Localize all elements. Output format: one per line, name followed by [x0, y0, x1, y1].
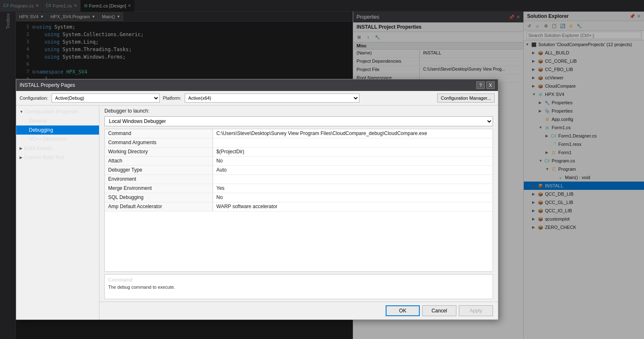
props-val-attach: No [213, 157, 493, 165]
dialog-body: ▼ Configuration Properties General Debug… [16, 106, 498, 319]
dialog-footer: OK Cancel Apply [99, 302, 498, 319]
tree-item-build-events[interactable]: ▶ Build Events [16, 144, 99, 153]
tree-item-general[interactable]: General [16, 116, 99, 125]
props-val-mergeenv: Yes [213, 184, 493, 193]
dialog-titlebar: INSTALL Property Pages ? X [16, 79, 498, 91]
props-key-workdir: Working Directory [105, 147, 213, 156]
props-row-command[interactable]: Command C:\Users\Steve\Desktop\Survey Vi… [105, 129, 493, 138]
debugger-label: Debugger to launch: [99, 106, 498, 116]
description-panel: Command The debug command to execute. [104, 274, 493, 299]
tree-label-build-events: Build Events [24, 145, 52, 151]
dialog-help-btn[interactable]: ? [476, 81, 485, 89]
props-val-ampaccel: WARP software accelerator [213, 202, 493, 211]
props-key-cmdargs: Command Arguments [105, 138, 213, 147]
props-key-command: Command [105, 129, 213, 138]
tree-label-config-props: Configuration Properties [25, 109, 79, 115]
dialog-config-bar: Configuration: Active(Debug) Platform: A… [16, 91, 498, 106]
dialog-title-buttons: ? X [476, 81, 495, 89]
cancel-button[interactable]: Cancel [422, 305, 456, 316]
props-row-environment[interactable]: Environment [105, 175, 493, 184]
props-key-sqldebug: SQL Debugging [105, 193, 213, 202]
props-row-workdir[interactable]: Working Directory $(ProjectDir) [105, 147, 493, 157]
dialog-title: INSTALL Property Pages [20, 82, 75, 88]
debugger-select-wrap: Local Windows Debugger [99, 116, 498, 129]
props-key-ampaccel: Amp Default Accelerator [105, 202, 213, 211]
dialog-content: Debugger to launch: Local Windows Debugg… [99, 106, 498, 319]
props-val-debugtype: Auto [213, 166, 493, 174]
dialog-tree: ▼ Configuration Properties General Debug… [16, 106, 99, 319]
tree-item-custom-build[interactable]: ▶ Custom Build Tool [16, 153, 99, 162]
tree-item-debugging[interactable]: Debugging [16, 125, 99, 135]
props-key-mergeenv: Merge Environment [105, 184, 213, 193]
config-label: Configuration: [20, 96, 48, 101]
props-row-cmdargs[interactable]: Command Arguments [105, 138, 493, 147]
modal-overlay: INSTALL Property Pages ? X Configuration… [0, 0, 644, 339]
platform-select[interactable]: Active(x64) [185, 93, 359, 103]
tree-arrow-debugging [26, 128, 27, 132]
config-select[interactable]: Active(Debug) [52, 93, 160, 103]
props-key-debugtype: Debugger Type [105, 166, 213, 174]
tree-label-custom-build: Custom Build Tool [24, 155, 64, 160]
tree-item-vcdirs[interactable]: VC++ Directories [16, 135, 99, 144]
tree-label-general: General [29, 118, 47, 124]
props-val-environment [213, 175, 493, 184]
props-row-ampaccel[interactable]: Amp Default Accelerator WARP software ac… [105, 202, 493, 211]
tree-label-vcdirs: VC++ Directories [29, 136, 67, 142]
config-manager-button[interactable]: Configuration Manager... [437, 93, 495, 103]
tree-label-debugging: Debugging [29, 127, 53, 133]
props-row-mergeenv[interactable]: Merge Environment Yes [105, 184, 493, 193]
props-key-attach: Attach [105, 157, 213, 165]
apply-button[interactable]: Apply [459, 305, 493, 316]
props-row-attach[interactable]: Attach No [105, 157, 493, 166]
description-title: Command [108, 277, 489, 283]
props-val-cmdargs [213, 138, 493, 147]
dialog-close-btn[interactable]: X [486, 81, 495, 89]
property-pages-dialog: INSTALL Property Pages ? X Configuration… [16, 79, 498, 320]
props-row-sqldebug[interactable]: SQL Debugging No [105, 193, 493, 202]
platform-label: Platform: [163, 96, 181, 101]
description-text: The debug command to execute. [108, 285, 489, 290]
tree-arrow-vcdirs [26, 137, 27, 141]
props-val-command: C:\Users\Steve\Desktop\Survey View Progr… [213, 129, 493, 138]
debugger-select[interactable]: Local Windows Debugger [104, 116, 493, 126]
props-row-debugtype[interactable]: Debugger Type Auto [105, 166, 493, 175]
tree-arrow-config: ▼ [20, 110, 23, 114]
props-val-sqldebug: No [213, 193, 493, 202]
tree-arrow-build-events: ▶ [20, 146, 22, 150]
props-val-workdir: $(ProjectDir) [213, 147, 493, 156]
props-key-environment: Environment [105, 175, 213, 184]
ok-button[interactable]: OK [386, 305, 420, 316]
tree-item-config-props[interactable]: ▼ Configuration Properties [16, 107, 99, 116]
properties-table: Command C:\Users\Steve\Desktop\Survey Vi… [104, 129, 493, 272]
tree-arrow-general [26, 119, 27, 123]
tree-arrow-custom-build: ▶ [20, 155, 22, 160]
